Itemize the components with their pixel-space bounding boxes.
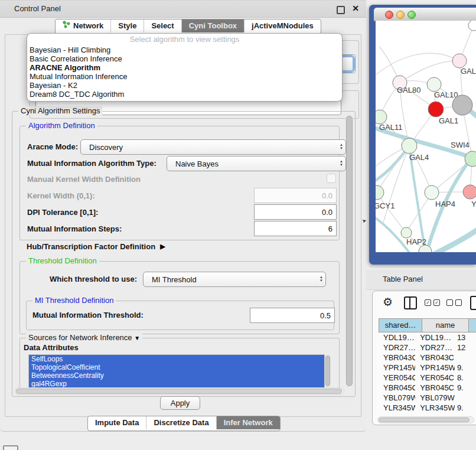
manual-kernel-label: Manual Kernel Width Definition <box>27 175 141 184</box>
apply-button[interactable]: Apply <box>160 396 200 410</box>
attribute-item-topologicalcoefficient[interactable]: TopologicalCoefficient <box>29 363 324 371</box>
table-row[interactable]: YIL052CYIL052C9 <box>379 413 476 415</box>
network-node-label: GAL <box>461 67 476 76</box>
network-graph[interactable]: GALGAL80GAL10GAL1GAL11GAL4SWI4GCY1HAP4YH… <box>376 21 476 252</box>
table-hscrollbar[interactable] <box>377 416 474 423</box>
tab-select[interactable]: Select <box>144 19 181 32</box>
table-row[interactable]: YBL079WYBL079W <box>379 393 476 403</box>
network-node-gal1[interactable] <box>428 102 444 117</box>
network-node[interactable] <box>468 21 476 31</box>
settings-scrollbar[interactable] <box>345 115 353 387</box>
network-canvas[interactable]: GALGAL80GAL10GAL1GAL11GAL4SWI4GCY1HAP4YH… <box>376 21 476 252</box>
column-header-shared[interactable]: shared… <box>379 318 422 332</box>
deselect-all-icon[interactable] <box>446 299 453 306</box>
column-header-a[interactable]: A <box>469 318 476 332</box>
mi-threshold-definition-title: MI Threshold Definition <box>32 296 116 305</box>
network-edge[interactable] <box>383 146 409 224</box>
table-cell: YBR045C <box>415 383 455 393</box>
hub-definition-expander[interactable]: Hub/Transcription Factor Definition ▶ <box>27 242 165 251</box>
tab-infer-network[interactable]: Infer Network <box>217 416 280 429</box>
settings-hscrollbar-thumb[interactable] <box>16 389 342 394</box>
data-attributes-label: Data Attributes <box>24 343 79 352</box>
table-row[interactable]: YPR145WYPR145W9. <box>379 363 476 373</box>
table-row[interactable]: YLR345WYLR345W9. <box>379 403 476 413</box>
settings-group-title: Cyni Algorithm Settings <box>18 106 102 115</box>
mi-algorithm-type-combo[interactable]: Naive Bayes ▲ ▼ <box>167 156 346 171</box>
minimize-button[interactable] <box>396 11 405 19</box>
tab-cyni-toolbox[interactable]: Cyni Toolbox <box>182 19 244 32</box>
network-edge-highlighted[interactable] <box>433 227 476 252</box>
algorithm-option-basic-correlation-inference[interactable]: Basic Correlation Inference <box>27 54 342 63</box>
settings-scrollbar-thumb[interactable] <box>346 116 353 386</box>
network-node-hap2[interactable] <box>401 227 412 238</box>
corner-button[interactable] <box>3 445 18 450</box>
network-edge[interactable] <box>377 193 406 233</box>
mi-steps-input[interactable]: 6 <box>254 221 337 236</box>
tab-discretize-data[interactable]: Discretize Data <box>146 416 216 429</box>
aracne-mode-combo[interactable]: Discovery ▲ ▼ <box>80 139 346 155</box>
zoom-button[interactable] <box>407 11 416 19</box>
table-body[interactable]: YDL19…YDL19…13YDR27…YDR27…12YBR043CYBR04… <box>379 332 476 415</box>
table-row[interactable]: YER054CYER054C8. <box>379 373 476 383</box>
attribute-item-selfloops[interactable]: SelfLoops <box>29 355 324 363</box>
algorithm-option-aracne-algorithm[interactable]: ARACNE Algorithm <box>27 63 342 72</box>
split-column-icon[interactable] <box>404 296 417 309</box>
algorithm-option-bayesian-k2[interactable]: Bayesian - K2 <box>27 81 342 90</box>
deselect-all-icon[interactable] <box>455 299 462 306</box>
combo-stepper-icon[interactable]: ▲ ▼ <box>319 276 323 283</box>
tab-jactivemnodules[interactable]: jActiveMNodules <box>244 19 321 32</box>
network-node-y[interactable] <box>463 185 476 199</box>
table-row[interactable]: YBR043CYBR043C <box>379 353 476 363</box>
network-icon <box>63 19 70 32</box>
table-row[interactable]: YBR045CYBR045C9. <box>379 383 476 393</box>
network-node-hap4[interactable] <box>425 185 439 200</box>
manual-kernel-checkbox[interactable] <box>327 174 336 183</box>
tab-label: Network <box>73 19 103 32</box>
network-node-label: GAL11 <box>379 123 403 132</box>
table-icon[interactable] <box>470 296 476 310</box>
data-attributes-list[interactable]: SelfLoopsTopologicalCoefficientBetweenne… <box>28 354 325 389</box>
tab-network[interactable]: Network <box>56 19 111 32</box>
network-window-titlebar[interactable] <box>374 8 476 21</box>
network-node-gal[interactable] <box>452 54 467 68</box>
algorithm-dropdown[interactable]: Select algorithm to view settings Bayesi… <box>27 33 343 102</box>
sources-title-row[interactable]: Sources for Network Inference ▼ <box>26 333 142 342</box>
select-all-icon[interactable]: ✓ <box>425 299 431 306</box>
dpi-tolerance-input[interactable]: 0.0 <box>254 204 337 220</box>
network-edge[interactable] <box>376 53 459 77</box>
network-node[interactable] <box>452 95 472 115</box>
algorithm-option-dream8-dc-tdc-algorithm[interactable]: Dream8 DC_TDC Algorithm <box>27 90 342 99</box>
sources-title: Sources for Network Inference <box>28 333 132 342</box>
float-window-icon[interactable] <box>337 6 345 14</box>
attributes-scrollbar[interactable] <box>325 355 331 387</box>
settings-hscrollbar[interactable] <box>15 387 344 395</box>
tab-impute-data[interactable]: Impute Data <box>88 416 146 429</box>
tab-style[interactable]: Style <box>111 19 144 32</box>
select-all-icon[interactable]: ✓ <box>433 299 440 306</box>
network-node-gal10[interactable] <box>427 77 441 92</box>
mutual-information-threshold-input[interactable]: 0.5 <box>250 308 335 323</box>
table-cell: YDR27… <box>379 343 415 353</box>
close-panel-icon[interactable]: ✕ <box>352 4 359 13</box>
network-node-gal11[interactable] <box>376 110 387 124</box>
close-button[interactable] <box>385 11 393 19</box>
algorithm-option-bayesian-hill-climbing[interactable]: Bayesian - Hill Climbing <box>27 45 342 54</box>
attributes-scrollbar-thumb[interactable] <box>325 356 330 386</box>
table-row[interactable]: YDL19…YDL19…13 <box>379 332 476 343</box>
table-row[interactable]: YDR27…YDR27…12 <box>379 343 476 353</box>
network-node-gal4[interactable] <box>402 138 417 154</box>
column-header-name[interactable]: name <box>422 318 469 332</box>
kernel-width-input[interactable]: 0.0 <box>254 188 337 203</box>
attribute-item-gal4rgexp[interactable]: gal4RGexp <box>29 380 324 388</box>
gear-icon[interactable]: ⚙ <box>383 295 393 309</box>
network-node-gcy1[interactable] <box>376 185 384 200</box>
table-hscrollbar-thumb[interactable] <box>379 418 470 422</box>
combo-stepper-icon[interactable]: ▲ ▼ <box>340 160 343 167</box>
attribute-item-betweennesscentrality[interactable]: BetweennessCentrality <box>29 371 324 380</box>
combo-stepper-icon[interactable] <box>341 57 353 71</box>
network-edge[interactable] <box>377 146 409 193</box>
algorithm-option-mutual-information-inference[interactable]: Mutual Information Inference <box>27 72 342 81</box>
which-threshold-combo[interactable]: MI Threshold ▲ ▼ <box>143 272 326 287</box>
combo-stepper-icon[interactable]: ▲ ▼ <box>340 144 343 151</box>
screen: Control Panel ✕ NetworkStyleSelectCyni T… <box>0 0 476 450</box>
